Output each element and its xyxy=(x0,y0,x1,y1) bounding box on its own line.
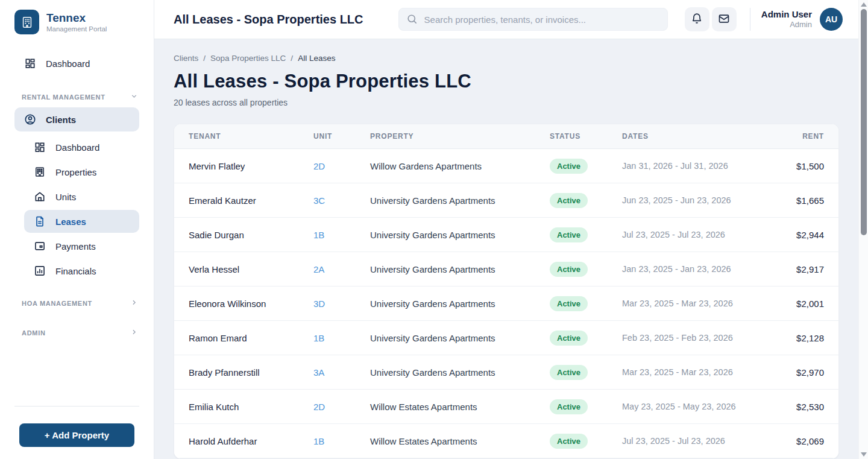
status-badge: Active xyxy=(550,227,588,242)
status-cell: Active xyxy=(550,365,622,380)
status-badge: Active xyxy=(550,159,588,174)
sidebar-item-leases[interactable]: Leases xyxy=(24,210,139,233)
sidebar-item-label: Leases xyxy=(55,217,86,227)
status-cell: Active xyxy=(550,262,622,277)
tenant-cell: Mervin Flatley xyxy=(189,161,313,171)
unit-link[interactable]: 2D xyxy=(313,161,370,171)
scroll-down-arrow-icon[interactable] xyxy=(861,452,867,457)
sidebar-item-payments[interactable]: Payments xyxy=(24,235,139,258)
add-property-button[interactable]: + Add Property xyxy=(19,423,134,447)
status-badge: Active xyxy=(550,193,588,208)
breadcrumb-clients[interactable]: Clients xyxy=(174,54,198,63)
table-row[interactable]: Harold Aufderhar 1B Willow Estates Apart… xyxy=(174,424,838,458)
status-badge: Active xyxy=(550,399,588,414)
rent-cell: $2,001 xyxy=(771,299,824,309)
messages-button[interactable] xyxy=(712,7,737,31)
status-cell: Active xyxy=(550,193,622,208)
rent-cell: $1,665 xyxy=(771,195,824,206)
unit-link[interactable]: 3C xyxy=(313,195,370,206)
column-header-property: PROPERTY xyxy=(370,132,550,141)
sidebar-item-clients[interactable]: Clients xyxy=(14,107,139,131)
dates-cell: Mar 23, 2025 - Mar 23, 2026 xyxy=(622,299,771,308)
sidebar-item-units[interactable]: Units xyxy=(24,185,139,208)
dates-cell: Jan 23, 2025 - Jan 23, 2026 xyxy=(622,264,771,274)
table-row[interactable]: Ramon Emard 1B University Gardens Apartm… xyxy=(174,321,838,355)
search-input[interactable] xyxy=(398,8,668,31)
status-cell: Active xyxy=(550,331,622,346)
dates-cell: Mar 23, 2025 - Mar 23, 2026 xyxy=(622,367,771,377)
building-logo-icon xyxy=(14,10,39,34)
unit-link[interactable]: 2D xyxy=(313,402,370,412)
dates-cell: Jul 23, 2025 - Jul 23, 2026 xyxy=(622,230,771,239)
tenant-cell: Emerald Kautzer xyxy=(189,195,313,206)
user-name: Admin User xyxy=(761,9,812,21)
breadcrumb-client[interactable]: Sopa Properties LLC xyxy=(210,54,286,63)
sidebar-item-label: Financials xyxy=(55,266,96,276)
avatar[interactable]: AU xyxy=(820,8,843,31)
sidebar-item-properties[interactable]: Properties xyxy=(24,160,139,183)
unit-link[interactable]: 1B xyxy=(313,436,370,446)
section-label-text: ADMIN xyxy=(22,329,46,337)
vertical-scrollbar[interactable] xyxy=(858,0,868,459)
page-subtitle: 20 leases across all properties xyxy=(174,98,839,107)
search-icon xyxy=(406,13,418,27)
topbar-title: All Leases - Sopa Properties LLC xyxy=(174,13,363,27)
unit-link[interactable]: 1B xyxy=(313,230,370,240)
column-header-unit: UNIT xyxy=(313,132,370,141)
topbar: All Leases - Sopa Properties LLC xyxy=(154,0,858,39)
unit-link[interactable]: 3A xyxy=(313,367,370,378)
table-row[interactable]: Mervin Flatley 2D Willow Gardens Apartme… xyxy=(174,149,838,183)
status-badge: Active xyxy=(550,365,588,380)
status-cell: Active xyxy=(550,434,622,449)
unit-link[interactable]: 3D xyxy=(313,299,370,309)
unit-link[interactable]: 2A xyxy=(313,264,370,274)
sidebar-section-hoa-management[interactable]: HOA MANAGEMENT xyxy=(0,293,154,314)
sidebar-item-label: Payments xyxy=(55,241,96,252)
envelope-icon xyxy=(718,13,730,27)
sidebar-item-label: Dashboard xyxy=(46,59,90,69)
notifications-button[interactable] xyxy=(685,7,709,31)
property-cell: Willow Estates Apartments xyxy=(370,402,550,412)
table-row[interactable]: Eleonora Wilkinson 3D University Gardens… xyxy=(174,286,838,321)
dashboard-icon xyxy=(34,141,46,153)
rent-cell: $2,530 xyxy=(771,402,824,412)
app-name: Tennex xyxy=(46,11,107,25)
tenant-cell: Ramon Emard xyxy=(189,333,313,343)
leases-table: TENANT UNIT PROPERTY STATUS DATES RENT M… xyxy=(174,124,839,459)
sidebar-item-dashboard[interactable]: Dashboard xyxy=(24,136,139,159)
chart-icon xyxy=(34,265,46,277)
table-row[interactable]: Emilia Kutch 2D Willow Estates Apartment… xyxy=(174,390,838,424)
scroll-up-arrow-icon[interactable] xyxy=(861,2,867,7)
dates-cell: Jun 23, 2025 - Jun 23, 2026 xyxy=(622,195,771,205)
dates-cell: May 23, 2025 - May 23, 2026 xyxy=(622,402,771,411)
table-row[interactable]: Verla Hessel 2A University Gardens Apart… xyxy=(174,252,838,286)
breadcrumb-separator: / xyxy=(203,54,206,63)
status-badge: Active xyxy=(550,434,588,449)
sidebar-sub-list: Dashboard Properties Units Leases Paymen… xyxy=(0,135,154,283)
dates-cell: Jul 23, 2025 - Jul 23, 2026 xyxy=(622,436,771,446)
column-header-rent: RENT xyxy=(771,132,824,141)
unit-link[interactable]: 1B xyxy=(313,333,370,343)
status-cell: Active xyxy=(550,227,622,242)
property-cell: University Gardens Apartments xyxy=(370,264,550,274)
app-logo: Tennex Management Portal xyxy=(0,7,154,45)
status-cell: Active xyxy=(550,296,622,311)
sidebar-item-label: Dashboard xyxy=(55,142,99,153)
app-root: Tennex Management Portal Dashboard RENTA… xyxy=(0,0,868,459)
rent-cell: $1,500 xyxy=(771,161,824,171)
scrollbar-thumb[interactable] xyxy=(861,9,867,235)
property-cell: University Gardens Apartments xyxy=(370,333,550,343)
dates-cell: Feb 23, 2025 - Feb 23, 2026 xyxy=(622,333,771,343)
sidebar-item-dashboard[interactable]: Dashboard xyxy=(14,51,139,75)
rent-cell: $2,944 xyxy=(771,230,824,240)
sidebar-section-rental-management[interactable]: RENTAL MANAGEMENT xyxy=(0,86,154,107)
sidebar-item-financials[interactable]: Financials xyxy=(24,259,139,282)
table-row[interactable]: Emerald Kautzer 3C University Gardens Ap… xyxy=(174,183,838,218)
chevron-down-icon xyxy=(130,92,138,101)
table-row[interactable]: Sadie Durgan 1B University Gardens Apart… xyxy=(174,218,838,252)
status-badge: Active xyxy=(550,262,588,277)
rent-cell: $2,128 xyxy=(771,333,824,343)
tenant-cell: Verla Hessel xyxy=(189,264,313,274)
table-row[interactable]: Brady Pfannerstill 3A University Gardens… xyxy=(174,355,838,390)
sidebar-section-admin[interactable]: ADMIN xyxy=(0,322,154,343)
